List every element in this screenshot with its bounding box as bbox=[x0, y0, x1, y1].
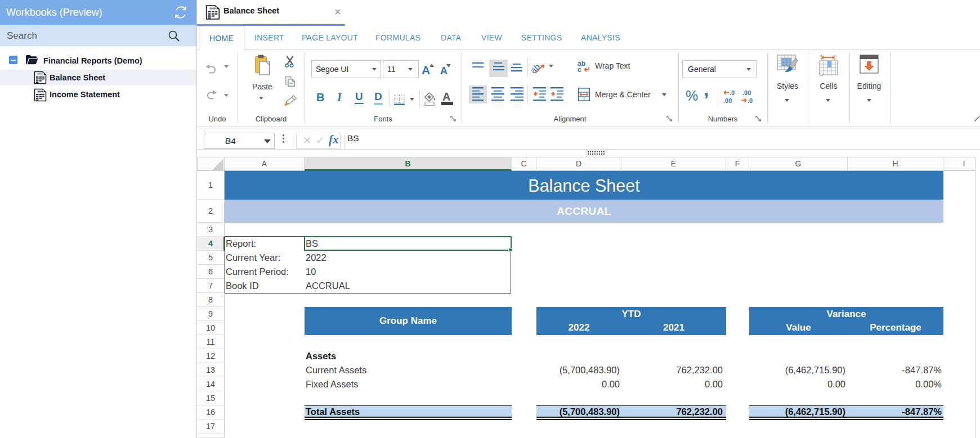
svg-text:.00: .00 bbox=[723, 97, 732, 104]
svg-text:.0: .0 bbox=[748, 97, 753, 104]
svg-text:.00: .00 bbox=[742, 90, 751, 96]
svg-text:.0: .0 bbox=[730, 90, 735, 96]
